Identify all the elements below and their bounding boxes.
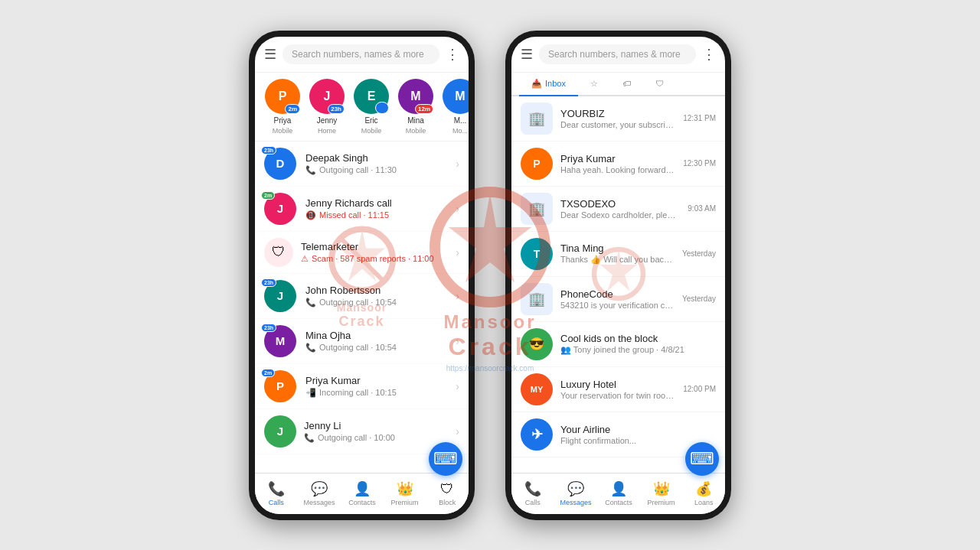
nav-premium-2[interactable]: 👑 Premium [646, 480, 677, 506]
nav-contacts-1[interactable]: 👤 Contacts [347, 480, 377, 506]
recent-m[interactable]: M M... Mo... [440, 79, 469, 135]
call-badge-priya: 2m [261, 369, 275, 377]
recent-name-eric: Eric [364, 116, 377, 125]
msg-name-luxuryhotel: Luxury Hotel [560, 379, 675, 390]
message-tabs: 📥 Inbox ☆ 🏷 🛡 [511, 73, 725, 96]
contacts-icon-1: 👤 [354, 480, 371, 497]
msg-preview-priya: Haha yeah. Looking forward to... [560, 165, 675, 174]
nav-loans-2[interactable]: 💰 Loans [688, 480, 719, 506]
more-options-icon[interactable]: ⋮ [446, 46, 459, 63]
call-badge-deepak: 23h [261, 146, 276, 155]
dialpad-fab-1[interactable]: ⌨ [429, 442, 462, 476]
more-options-icon-2[interactable]: ⋮ [702, 46, 716, 63]
recent-type-m: Mo... [452, 127, 468, 135]
recent-type-eric: Mobile [361, 127, 382, 135]
msg-content-coolkids: Cool kids on the block 👥 Tony joined the… [560, 333, 708, 355]
msg-tina[interactable]: T Tina Ming Thanks 👍 Will call you back … [511, 232, 725, 277]
recent-badge-jenny: 23h [328, 104, 345, 114]
recent-eric[interactable]: E Eric Mobile [351, 79, 391, 135]
msg-luxuryhotel[interactable]: MY Luxury Hotel Your reservation for twi… [511, 367, 725, 412]
call-jenny-richards[interactable]: J 2m Jenny Richards call 📵 Missed call ·… [255, 187, 469, 232]
tab-labeled[interactable]: 🏷 [610, 73, 643, 94]
call-detail-mina: 📞 Outgoing call · 10:54 [305, 343, 448, 353]
msg-content-priya: Priya Kumar Haha yeah. Looking forward t… [560, 153, 675, 174]
call-deepak[interactable]: D 23h Deepak Singh 📞 Outgoing call · 11:… [255, 142, 469, 187]
nav-messages-1[interactable]: 💬 Messages [303, 480, 335, 506]
tab-inbox[interactable]: 📥 Inbox [519, 73, 578, 95]
nav-messages-2[interactable]: 💬 Messages [560, 480, 591, 506]
call-priya[interactable]: P 2m Priya Kumar 📲 Incoming call · 10:15… [255, 364, 469, 409]
phone-1-screen: ☰ Search numbers, names & more ⋮ P 2m Pr… [255, 37, 469, 514]
menu-icon-2[interactable]: ☰ [521, 46, 533, 63]
msg-name-priya: Priya Kumar [560, 153, 675, 164]
recent-name-m: M... [454, 116, 467, 125]
msg-phonecode[interactable]: 🏢 PhoneCode 543210 is your verification … [511, 277, 725, 322]
nav-contacts-2[interactable]: 👤 Contacts [603, 480, 634, 506]
tab-shield[interactable]: 🛡 [643, 73, 676, 94]
msg-time-priya: 12:30 PM [683, 159, 716, 168]
msg-preview-tina: Thanks 👍 Will call you back s... [560, 255, 675, 265]
nav-calls-2[interactable]: 📞 Calls [518, 480, 548, 506]
msg-coolkids[interactable]: 😎 Cool kids on the block 👥 Tony joined t… [511, 322, 725, 367]
chevron-deepak: › [456, 158, 459, 170]
recent-jenny[interactable]: J 23h Jenny Home [307, 79, 347, 135]
contacts-icon-2: 👤 [610, 480, 627, 497]
msg-preview-airline: Flight confirmation... [560, 436, 708, 445]
call-telemarketer[interactable]: 🛡 Telemarketer ⚠ Scam · 587 spam reports… [255, 232, 469, 274]
msg-time-txsodexo: 9:03 AM [688, 204, 716, 213]
msg-yourbiz[interactable]: 🏢 YOURBIZ Dear customer, your subscripti… [511, 96, 725, 142]
msg-preview-yourbiz: Dear customer, your subscripti... [560, 120, 675, 129]
dialpad-fab-2[interactable]: ⌨ [685, 442, 719, 476]
call-john[interactable]: J 23h John Robertsson 📞 Outgoing call · … [255, 274, 469, 319]
call-name-telemarketer: Telemarketer [301, 241, 448, 252]
recent-type-mina: Mobile [406, 127, 426, 135]
msg-content-phonecode: PhoneCode 543210 is your verification co… [560, 288, 675, 310]
phone-1: ☰ Search numbers, names & more ⋮ P 2m Pr… [249, 31, 475, 520]
phone1-bottom-nav: 📞 Calls 💬 Messages 👤 Contacts 👑 Premium … [255, 473, 469, 514]
contacts-label-2: Contacts [605, 499, 632, 506]
call-name-jennyLi: Jenny Li [304, 420, 448, 431]
call-badge-jenny: 2m [261, 191, 275, 200]
msg-txsodexo[interactable]: 🏢 TXSODEXO Dear Sodexo cardholder, pleas… [511, 187, 725, 232]
msg-preview-txsodexo: Dear Sodexo cardholder, please... [560, 210, 680, 220]
contacts-label-1: Contacts [348, 499, 376, 506]
call-info-john: John Robertsson 📞 Outgoing call · 10:54 [305, 285, 448, 308]
msg-avatar-phonecode: 🏢 [521, 283, 553, 315]
phone-2: ☰ Search numbers, names & more ⋮ 📥 Inbox… [505, 31, 731, 520]
msg-preview-phonecode: 543210 is your verification co... [560, 301, 675, 310]
msg-content-tina: Tina Ming Thanks 👍 Will call you back s.… [560, 242, 675, 265]
msg-priya[interactable]: P Priya Kumar Haha yeah. Looking forward… [511, 142, 725, 187]
call-avatar-jennyLi: J [264, 415, 296, 447]
msg-avatar-coolkids: 😎 [521, 328, 553, 360]
call-detail-deepak: 📞 Outgoing call · 11:30 [305, 165, 448, 175]
nav-calls-1[interactable]: 📞 Calls [261, 480, 292, 506]
msg-content-yourbiz: YOURBIZ Dear customer, your subscripti..… [560, 108, 675, 129]
recent-name-mina: Mina [407, 116, 424, 125]
message-list: 🏢 YOURBIZ Dear customer, your subscripti… [511, 96, 725, 473]
premium-icon-2: 👑 [653, 480, 670, 497]
msg-avatar-priya: P [521, 148, 553, 180]
recent-type-jenny: Home [318, 127, 336, 135]
chevron-john: › [456, 290, 459, 302]
call-detail-john: 📞 Outgoing call · 10:54 [305, 298, 448, 308]
call-detail-jenny: 📵 Missed call · 11:15 [305, 210, 448, 220]
call-info-telemarketer: Telemarketer ⚠ Scam · 587 spam reports ·… [301, 241, 448, 264]
recent-badge-eric [375, 102, 389, 114]
chevron-mina: › [456, 335, 459, 347]
recent-priya[interactable]: P 2m Priya Mobile [263, 79, 302, 135]
phone2-search-bar: ☰ Search numbers, names & more ⋮ [511, 37, 725, 73]
menu-icon[interactable]: ☰ [264, 46, 276, 63]
recent-type-priya: Mobile [273, 127, 293, 135]
nav-block-1[interactable]: 🛡 Block [432, 481, 462, 506]
tab-starred[interactable]: ☆ [578, 73, 610, 95]
call-mina[interactable]: M 23h Mina Ojha 📞 Outgoing call · 10:54 … [255, 319, 469, 364]
nav-premium-1[interactable]: 👑 Premium [390, 480, 420, 506]
msg-name-coolkids: Cool kids on the block [560, 333, 708, 344]
call-detail-jennyLi: 📞 Outgoing call · 10:00 [304, 433, 448, 443]
recent-mina[interactable]: M 12m Mina Mobile [396, 79, 436, 135]
phone1-search-input[interactable]: Search numbers, names & more [283, 44, 439, 64]
phone2-search-input[interactable]: Search numbers, names & more [539, 44, 696, 64]
star-icon: ☆ [590, 79, 598, 89]
msg-content-txsodexo: TXSODEXO Dear Sodexo cardholder, please.… [560, 198, 680, 220]
messages-label-1: Messages [303, 499, 335, 506]
